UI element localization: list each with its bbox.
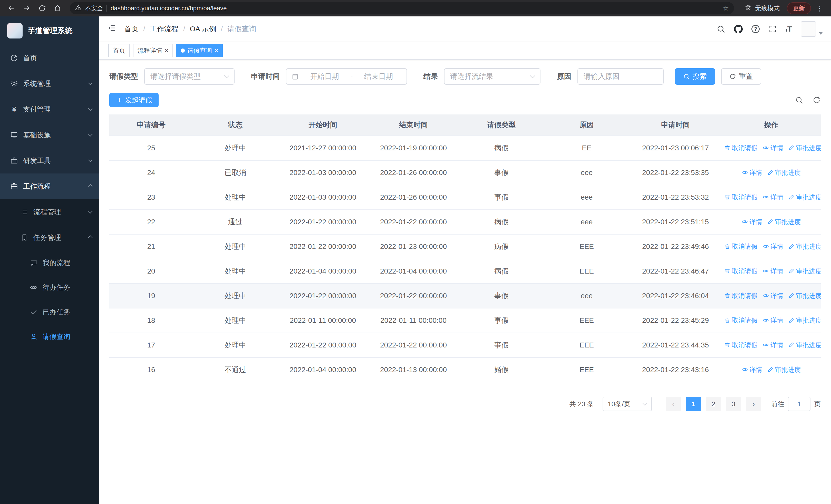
- sidebar-item-payment[interactable]: ¥ 支付管理: [0, 96, 99, 122]
- back-icon[interactable]: [5, 2, 18, 14]
- reason-cell: EEE: [544, 234, 629, 259]
- approval-progress-link[interactable]: 审批进度: [767, 365, 801, 374]
- url-bar[interactable]: 不安全 dashboard.yudao.iocoder.cn/bpm/oa/le…: [70, 2, 734, 14]
- forward-icon[interactable]: [21, 2, 33, 14]
- breadcrumb-item[interactable]: 工作流程: [150, 24, 179, 34]
- url-text[interactable]: dashboard.yudao.iocoder.cn/bpm/oa/leave: [111, 5, 719, 12]
- bookmark-star-icon[interactable]: ☆: [723, 4, 729, 12]
- col-end-time: 结束时间: [368, 114, 459, 136]
- date-range-picker[interactable]: 开始日期 - 结束日期: [286, 68, 407, 85]
- security-warning-icon[interactable]: [75, 4, 82, 13]
- detail-link[interactable]: 详情: [763, 341, 783, 349]
- close-icon[interactable]: ×: [214, 48, 218, 54]
- sidebar-item-done-tasks[interactable]: 已办任务: [0, 300, 99, 324]
- result-select[interactable]: 请选择流结果: [444, 68, 541, 85]
- action-label: 审批进度: [796, 316, 821, 325]
- page-button-1[interactable]: 1: [686, 397, 701, 411]
- font-size-icon[interactable]: [786, 25, 792, 33]
- sidebar-item-system[interactable]: 系统管理: [0, 71, 99, 96]
- detail-link[interactable]: 详情: [763, 242, 783, 251]
- table-header-row: 申请编号 状态 开始时间 结束时间 请假类型 原因 申请时间 操作: [109, 114, 821, 136]
- approval-progress-link[interactable]: 审批进度: [789, 292, 821, 300]
- action-label: 详情: [770, 193, 783, 202]
- detail-link[interactable]: 详情: [763, 144, 783, 152]
- detail-link[interactable]: 详情: [763, 316, 783, 325]
- sidebar-item-home[interactable]: 首页: [0, 45, 99, 71]
- fullscreen-icon[interactable]: [768, 25, 777, 33]
- detail-link[interactable]: 详情: [763, 292, 783, 300]
- action-label: 取消请假: [732, 242, 757, 251]
- sidebar-item-devtools[interactable]: 研发工具: [0, 148, 99, 174]
- approval-progress-link[interactable]: 审批进度: [789, 193, 821, 202]
- page-button-3[interactable]: 3: [726, 397, 741, 411]
- apply-time-cell: 2022-01-22 23:53:32: [629, 185, 722, 210]
- action-label: 详情: [770, 341, 783, 349]
- help-icon[interactable]: [751, 25, 760, 33]
- breadcrumb-item[interactable]: 首页: [124, 24, 139, 34]
- status-cell: 处理中: [193, 136, 278, 160]
- sidebar-item-workflow[interactable]: 工作流程: [0, 174, 99, 199]
- cancel-leave-link[interactable]: 取消请假: [724, 267, 757, 275]
- page-button-2[interactable]: 2: [706, 397, 721, 411]
- refresh-icon[interactable]: [36, 2, 48, 14]
- cancel-leave-link[interactable]: 取消请假: [724, 242, 757, 251]
- github-icon[interactable]: [734, 25, 743, 33]
- sidebar-item-todo-tasks[interactable]: 待办任务: [0, 275, 99, 300]
- create-leave-button[interactable]: 发起请假: [109, 93, 159, 107]
- sidebar-item-infra[interactable]: 基础设施: [0, 122, 99, 148]
- approval-progress-link[interactable]: 审批进度: [767, 168, 801, 177]
- reason-cell: eee: [544, 160, 629, 185]
- reason-input[interactable]: [577, 68, 664, 85]
- tab-home[interactable]: 首页: [108, 44, 130, 57]
- detail-link[interactable]: 详情: [763, 267, 783, 275]
- approval-progress-link[interactable]: 审批进度: [767, 217, 801, 226]
- reason-cell: EEE: [544, 357, 629, 382]
- menu-fold-icon[interactable]: [107, 24, 116, 34]
- approval-progress-link[interactable]: 审批进度: [789, 144, 821, 152]
- goto-label: 前往: [771, 399, 784, 409]
- approval-progress-link[interactable]: 审批进度: [789, 341, 821, 349]
- home-icon[interactable]: [51, 2, 64, 14]
- page-size-select[interactable]: 10条/页: [603, 397, 652, 411]
- detail-link[interactable]: 详情: [763, 193, 783, 202]
- refresh-table-icon[interactable]: [812, 96, 821, 104]
- status-cell: 处理中: [193, 308, 278, 333]
- reset-button[interactable]: 重置: [721, 68, 761, 85]
- sidebar-item-process-mgmt[interactable]: 流程管理: [0, 199, 99, 225]
- approval-progress-link[interactable]: 审批进度: [789, 316, 821, 325]
- search-button[interactable]: 搜索: [675, 68, 715, 85]
- cancel-leave-link[interactable]: 取消请假: [724, 341, 757, 349]
- sidebar-item-leave-query[interactable]: 请假查询: [0, 324, 99, 349]
- kebab-menu-icon[interactable]: ⋮: [814, 4, 826, 12]
- approval-progress-link[interactable]: 审批进度: [789, 267, 821, 275]
- detail-link[interactable]: 详情: [742, 217, 762, 226]
- detail-link[interactable]: 详情: [742, 168, 762, 177]
- update-button[interactable]: 更新: [787, 2, 811, 14]
- leave-type-select[interactable]: 请选择请假类型: [144, 68, 235, 85]
- user-menu[interactable]: [801, 21, 823, 37]
- goto-page-input[interactable]: [788, 397, 810, 411]
- toolbox-icon: [10, 157, 18, 165]
- detail-link[interactable]: 详情: [742, 365, 762, 374]
- cancel-leave-link[interactable]: 取消请假: [724, 144, 757, 152]
- approval-progress-link[interactable]: 审批进度: [789, 242, 821, 251]
- breadcrumb-separator: /: [183, 25, 185, 33]
- action-label: 审批进度: [796, 292, 821, 300]
- next-page-button[interactable]: ›: [746, 397, 761, 411]
- chevron-down-icon: [530, 73, 535, 78]
- cancel-leave-link[interactable]: 取消请假: [724, 292, 757, 300]
- sidebar-item-task-mgmt[interactable]: 任务管理: [0, 225, 99, 250]
- sidebar-item-my-process[interactable]: 我的流程: [0, 250, 99, 275]
- tab-process-detail[interactable]: 流程详情 ×: [133, 44, 173, 57]
- cancel-leave-link[interactable]: 取消请假: [724, 316, 757, 325]
- sidebar-item-label: 请假查询: [42, 332, 70, 341]
- prev-page-button[interactable]: ‹: [666, 397, 681, 411]
- monitor-icon: [10, 131, 18, 139]
- search-icon[interactable]: [717, 25, 725, 33]
- close-icon[interactable]: ×: [165, 48, 168, 54]
- toggle-search-icon[interactable]: [795, 96, 803, 104]
- cancel-leave-link[interactable]: 取消请假: [724, 193, 757, 202]
- leave-type-cell: 事假: [459, 308, 544, 333]
- breadcrumb-item[interactable]: OA 示例: [190, 24, 216, 34]
- tab-leave-query[interactable]: 请假查询 ×: [176, 44, 223, 57]
